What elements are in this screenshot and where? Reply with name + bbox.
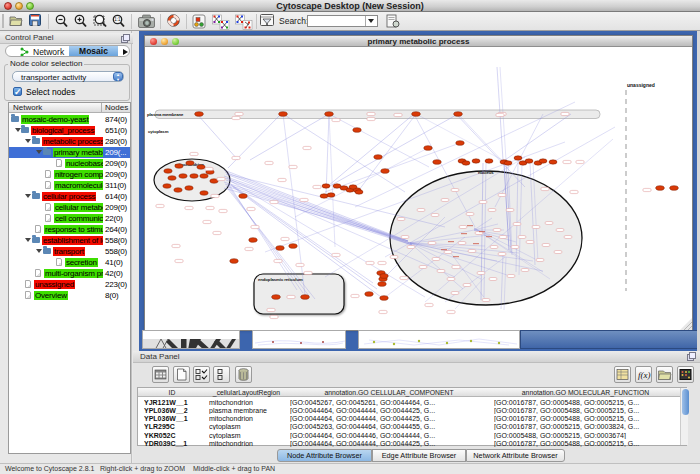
svg-text:nucleus: nucleus xyxy=(478,170,494,175)
svg-text:f(x): f(x) xyxy=(638,370,651,380)
svg-text:1:1: 1:1 xyxy=(114,17,121,22)
svg-text:unassigned: unassigned xyxy=(627,82,655,88)
svg-text:plasma membrane: plasma membrane xyxy=(147,112,184,117)
svg-text:cytoplasm: cytoplasm xyxy=(148,129,169,134)
svg-text:endoplasmic reticulum: endoplasmic reticulum xyxy=(258,277,303,282)
